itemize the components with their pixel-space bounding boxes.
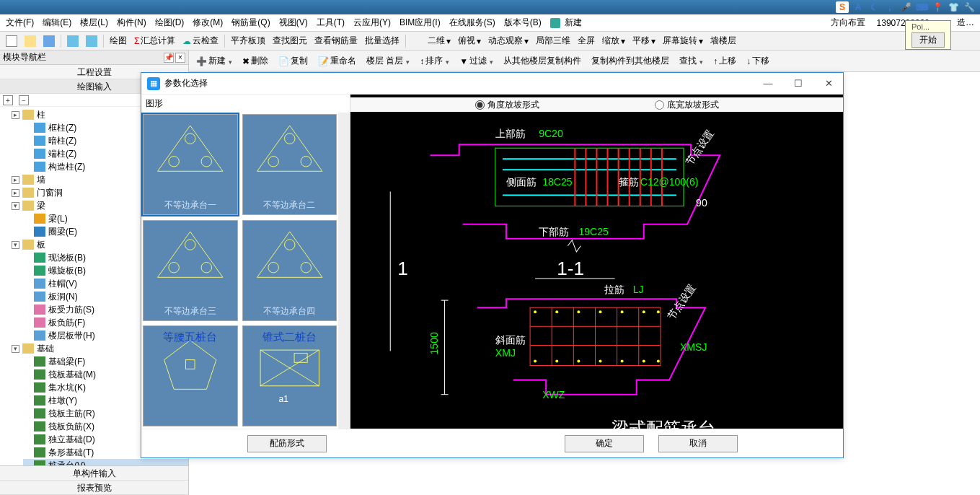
tb-viewrebar[interactable]: 查看钢筋量 [312,33,361,48]
svg-point-6 [268,157,278,167]
tb-rotate[interactable]: 屏幕旋转▾ [660,33,706,48]
ime-comma-icon[interactable]: ， [883,1,896,13]
svg-point-64 [555,359,558,362]
menu-cloud[interactable]: 云应用(Y) [350,15,394,30]
svg-rect-17 [185,360,195,369]
sogou-icon[interactable]: S [836,1,849,13]
menu-floor[interactable]: 楼层(L) [77,15,111,30]
tb-save[interactable] [40,34,58,48]
tb-zoom[interactable]: 缩放▾ [599,33,628,48]
doc-icon [550,18,560,28]
ctx-moveup[interactable]: ↑上移 [710,53,739,69]
ctx-rename[interactable]: 📝重命名 [315,53,359,69]
tb-local3d[interactable]: 局部三维 [533,33,573,48]
menu-component[interactable]: 构件(N) [114,15,149,30]
expand-icon[interactable]: ▸ [12,189,19,197]
tb-new[interactable] [3,34,20,48]
tb-open[interactable] [22,34,39,48]
svg-point-14 [268,262,278,272]
menu-online[interactable]: 在线服务(S) [446,15,498,30]
radio-angle[interactable]: 角度放坡形式 [475,99,539,111]
svg-marker-16 [164,341,216,390]
menu-modify[interactable]: 修改(M) [190,15,226,30]
close-icon[interactable]: × [175,53,185,63]
expand-icon[interactable]: ▾ [12,345,19,353]
ctx-delete[interactable]: ✖删除 [239,53,271,69]
tb-orbit[interactable]: 动态观察▾ [485,33,531,48]
tab-single-input[interactable]: 单构件输入 [0,466,188,481]
tb-align[interactable]: 平齐板顶 [228,33,268,48]
menu-file[interactable]: 文件(F) [3,15,37,30]
menu-tool[interactable]: 工具(T) [314,15,348,30]
ime-moon-icon[interactable]: ☾ [868,1,880,13]
menu-version[interactable]: 版本号(B) [501,15,544,30]
expand-icon[interactable]: ▸ [12,176,19,184]
expand-all-icon[interactable]: + [3,95,13,105]
ime-pin-icon[interactable]: 📍 [931,1,944,13]
minimize-button[interactable]: — [759,78,777,89]
menu-view[interactable]: 视图(V) [276,15,311,30]
tree-leaf[interactable]: 桩承台(V) [23,459,188,465]
ime-kb-icon[interactable]: ⌨ [915,1,928,13]
menu-rebar[interactable]: 钢筋量(Q) [229,15,273,30]
shape-item[interactable]: 等腰五桩台 [143,325,238,426]
menu-draw[interactable]: 绘图(D) [152,15,187,30]
ctx-copyto[interactable]: 复制构件到其他楼层 [588,53,672,69]
shape-grid[interactable]: 不等边承台一不等边承台二不等边承台三不等边承台四等腰五桩台锥式二桩台a1 [141,113,338,429]
ime-wrench-icon[interactable]: 🔧 [963,1,976,13]
maximize-button[interactable]: ☐ [790,78,807,89]
tb-2d[interactable]: 二维▾ [425,33,454,48]
ctx-floor[interactable]: 楼层 首层 [363,53,412,69]
tb-find[interactable]: 查找图元 [270,33,310,48]
tb-undo[interactable] [64,34,81,48]
shape-item[interactable]: 不等边承台一 [143,114,238,215]
tree-leaf-label: 梁(L) [48,212,68,225]
rebar-form-button[interactable]: 配筋形式 [247,435,327,452]
svg-point-62 [657,310,660,313]
tb-draw[interactable]: 绘图 [107,33,130,48]
close-button[interactable]: ✕ [820,78,837,89]
dir-layout-button[interactable]: 方向布置 [828,15,868,30]
callout-start-button[interactable]: 开始 [911,32,945,48]
ok-button[interactable]: 确定 [565,435,644,452]
shape-item[interactable]: 锥式二桩台a1 [242,325,337,426]
tb-redo[interactable] [83,34,100,48]
pin-icon[interactable]: 📌 [164,53,174,63]
tree-leaf-label: 楼层板带(H) [48,329,95,342]
ctx-filter[interactable]: ▼过滤 [456,53,496,69]
expand-icon[interactable]: ▸ [12,111,19,119]
menu-bim[interactable]: BIM应用(I) [397,15,443,30]
svg-text:节点设置: 节点设置 [683,128,715,167]
ime-mic-icon[interactable]: 🎤 [899,1,912,13]
ime-a-icon[interactable]: A [852,1,865,13]
tb-fullscreen[interactable]: 全屏 [575,33,598,48]
shape-item[interactable]: 不等边承台三 [143,220,238,321]
dialog-titlebar[interactable]: ▦ 参数化选择 — ☐ ✕ [141,73,843,95]
shape-item[interactable]: 不等边承台四 [242,220,337,321]
tb-wallfloor[interactable]: 墙楼层 [707,33,739,48]
ime-shirt-icon[interactable]: 👕 [947,1,960,13]
tab-report[interactable]: 报表预览 [0,481,188,495]
radio-width[interactable]: 底宽放坡形式 [655,99,719,111]
collapse-all-icon[interactable]: − [19,95,29,105]
ctx-copyfrom[interactable]: 从其他楼层复制构件 [500,53,584,69]
tb-batchsel[interactable]: 批量选择 [362,33,402,48]
ctx-new[interactable]: ➕新建 [193,53,235,69]
tb-sum[interactable]: Σ汇总计算 [131,33,178,48]
menu-edit[interactable]: 编辑(E) [40,15,74,30]
cancel-button[interactable]: 取消 [658,435,738,452]
ctx-movedown[interactable]: ↓下移 [743,53,772,69]
shape-item[interactable]: 不等边承台二 [242,114,337,215]
svg-text:XMSJ: XMSJ [680,341,707,353]
expand-icon[interactable]: ▾ [12,241,19,249]
tb-pan[interactable]: 平移▾ [630,33,658,48]
new-search-button[interactable]: 新建 [547,14,588,32]
expand-icon[interactable]: ▾ [12,202,19,210]
shape-scrollbar[interactable] [338,113,350,429]
tb-topview[interactable]: 俯视▾ [455,33,484,48]
ctx-copy[interactable]: 📄复制 [275,53,311,69]
tb-cloudcheck[interactable]: ☁云检查 [180,33,221,48]
ctx-search[interactable]: 查找 [676,53,706,69]
separator [103,35,104,48]
ctx-sort[interactable]: ↕排序 [417,53,452,69]
